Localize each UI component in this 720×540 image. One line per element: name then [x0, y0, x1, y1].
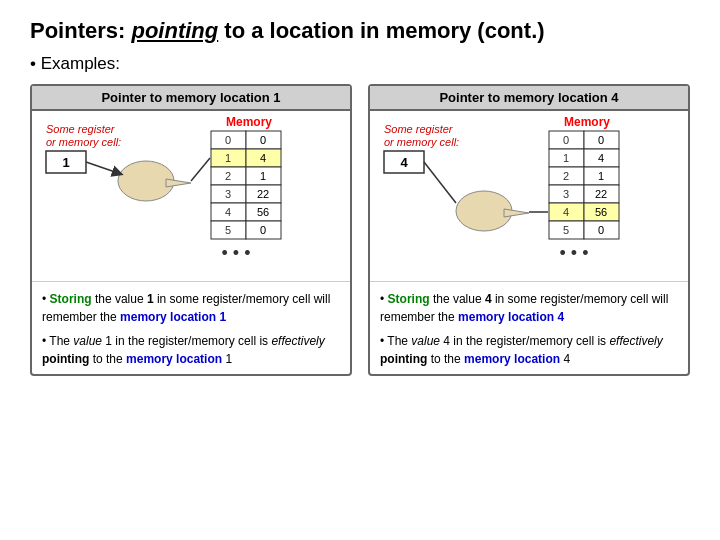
example2-header: Pointer to memory location 4	[370, 86, 688, 111]
svg-text:0: 0	[260, 224, 266, 236]
svg-text:or memory cell:: or memory cell:	[384, 136, 459, 148]
svg-text:Some register: Some register	[46, 123, 116, 135]
examples-label: • Examples:	[30, 54, 690, 74]
svg-text:0: 0	[563, 134, 569, 146]
svg-text:0: 0	[260, 134, 266, 146]
svg-marker-5	[166, 179, 191, 187]
svg-text:2: 2	[225, 170, 231, 182]
svg-text:4: 4	[563, 206, 569, 218]
title-suffix: to a location in memory (cont.)	[218, 18, 544, 43]
page-title: Pointers: pointing to a location in memo…	[30, 18, 690, 44]
e2-storing: Storing	[388, 292, 430, 306]
svg-line-6	[86, 162, 118, 173]
title-prefix: Pointers:	[30, 18, 131, 43]
svg-text:Memory: Memory	[226, 115, 272, 129]
svg-text:0: 0	[598, 224, 604, 236]
page: Pointers: pointing to a location in memo…	[0, 0, 720, 540]
e2-mem4: memory location 4	[458, 310, 564, 324]
svg-text:22: 22	[257, 188, 269, 200]
svg-text:or memory cell:: or memory cell:	[46, 136, 121, 148]
svg-text:0: 0	[225, 134, 231, 146]
title-italic: pointing	[131, 18, 218, 43]
example1-header: Pointer to memory location 1	[32, 86, 350, 111]
svg-text:3: 3	[225, 188, 231, 200]
examples-row: Pointer to memory location 1 Some regist…	[30, 84, 690, 376]
example2-diagram: Some register or memory cell: 4 Memory 0…	[370, 111, 688, 281]
e1-end1: 1	[222, 352, 232, 366]
svg-text:56: 56	[257, 206, 269, 218]
example2-text: • Storing the value 4 in some register/m…	[370, 281, 688, 374]
svg-text:4: 4	[260, 152, 266, 164]
svg-text:0: 0	[598, 134, 604, 146]
example2-svg: Some register or memory cell: 4 Memory 0…	[370, 111, 688, 281]
svg-text:• • •: • • •	[222, 243, 251, 263]
e1-mem1b: memory location	[126, 352, 222, 366]
e2-mem4b: memory location	[464, 352, 560, 366]
e2-end4: 4	[560, 352, 570, 366]
svg-text:Some register: Some register	[384, 123, 454, 135]
svg-text:56: 56	[595, 206, 607, 218]
svg-text:1: 1	[260, 170, 266, 182]
svg-text:4: 4	[225, 206, 231, 218]
e1-bullet1-prefix: •	[42, 292, 50, 306]
example1-svg: Some register or memory cell: 1 Memory	[32, 111, 350, 281]
svg-text:22: 22	[595, 188, 607, 200]
svg-text:5: 5	[563, 224, 569, 236]
svg-text:1: 1	[598, 170, 604, 182]
e1-storing: Storing	[50, 292, 92, 306]
e2-bullet1-prefix: •	[380, 292, 388, 306]
svg-text:• • •: • • •	[560, 243, 589, 263]
svg-text:1: 1	[225, 152, 231, 164]
svg-text:3: 3	[563, 188, 569, 200]
example2-box: Pointer to memory location 4 Some regist…	[368, 84, 690, 376]
svg-text:1: 1	[563, 152, 569, 164]
example1-text: • Storing the value 1 in some register/m…	[32, 281, 350, 374]
svg-line-65	[424, 162, 456, 203]
svg-text:4: 4	[598, 152, 604, 164]
svg-line-32	[191, 158, 210, 181]
example1-box: Pointer to memory location 1 Some regist…	[30, 84, 352, 376]
svg-marker-64	[504, 209, 529, 217]
example1-diagram: Some register or memory cell: 1 Memory	[32, 111, 350, 281]
svg-text:Memory: Memory	[564, 115, 610, 129]
e1-mem1: memory location 1	[120, 310, 226, 324]
svg-text:4: 4	[400, 155, 408, 170]
svg-text:2: 2	[563, 170, 569, 182]
svg-text:5: 5	[225, 224, 231, 236]
svg-text:1: 1	[62, 155, 69, 170]
